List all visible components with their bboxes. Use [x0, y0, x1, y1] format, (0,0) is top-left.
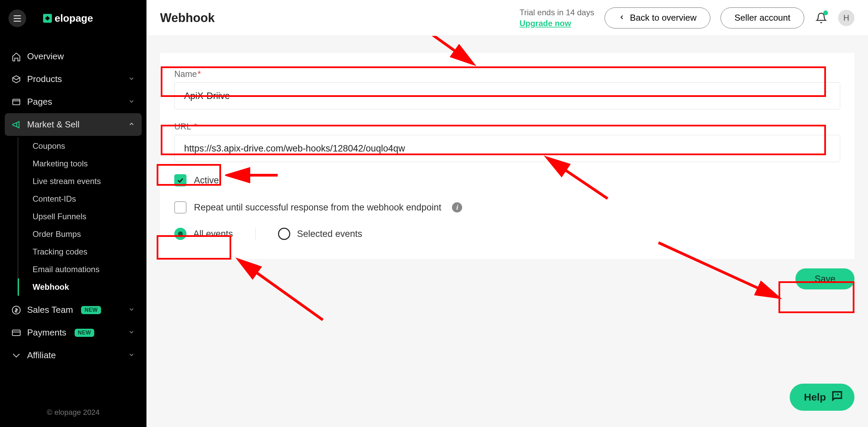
sidebar-item-label: Products [27, 74, 62, 84]
notification-dot-icon [823, 11, 828, 15]
annotation-arrow [235, 256, 330, 327]
sidebar-item-sales-team[interactable]: Sales Team NEW [5, 299, 142, 321]
handshake-icon [12, 351, 21, 360]
brand-name: elopage [55, 13, 93, 24]
chevron-down-icon [128, 305, 135, 315]
sidebar-item-overview[interactable]: Overview [5, 45, 142, 68]
save-button[interactable]: Save [795, 268, 854, 289]
submenu-email-automations[interactable]: Email automations [29, 261, 142, 278]
topbar: Webhook Trial ends in 14 days Upgrade no… [146, 0, 868, 36]
box-icon [12, 75, 21, 84]
url-input[interactable] [174, 135, 840, 162]
divider [255, 228, 256, 240]
sidebar-nav: Overview Products Pages [0, 37, 146, 399]
home-icon [12, 52, 21, 61]
sidebar-item-pages[interactable]: Pages [5, 90, 142, 113]
chevron-down-icon [128, 350, 135, 361]
upgrade-link[interactable]: Upgrade now [519, 19, 571, 28]
sidebar-item-label: Overview [27, 51, 64, 62]
sidebar-submenu: Coupons Marketing tools Live stream even… [18, 137, 142, 296]
page-title: Webhook [160, 11, 215, 25]
new-badge: NEW [75, 329, 95, 337]
sidebar-item-label: Market & Sell [27, 119, 80, 130]
trial-days-text: Trial ends in 14 days [519, 7, 594, 18]
logo-mark-icon [43, 14, 52, 23]
pages-icon [12, 97, 21, 107]
seller-account-button[interactable]: Seller account [721, 7, 804, 28]
active-checkbox[interactable] [174, 174, 186, 186]
notifications-button[interactable] [814, 11, 828, 25]
submenu-live-stream[interactable]: Live stream events [29, 172, 142, 190]
megaphone-icon [12, 120, 21, 129]
sidebar-item-products[interactable]: Products [5, 68, 142, 90]
new-badge: NEW [81, 306, 101, 314]
dollar-icon [12, 305, 21, 315]
submenu-order-bumps[interactable]: Order Bumps [29, 225, 142, 243]
sidebar-item-label: Sales Team [27, 305, 73, 315]
webhook-form-card: Name* URL * Active [160, 53, 854, 259]
check-icon [176, 176, 184, 184]
svg-rect-0 [13, 99, 20, 104]
chevron-down-icon [128, 74, 135, 84]
chevron-down-icon [128, 327, 135, 338]
submenu-content-ids[interactable]: Content-IDs [29, 190, 142, 208]
content-area: Name* URL * Active [146, 36, 868, 427]
sidebar-item-market-sell[interactable]: Market & Sell [5, 113, 142, 136]
name-input[interactable] [174, 82, 840, 109]
hamburger-menu-button[interactable] [8, 9, 26, 27]
help-label: Help [804, 391, 826, 403]
sidebar-item-affiliate[interactable]: Affiliate [5, 344, 142, 367]
sidebar-item-label: Payments [27, 327, 66, 338]
name-field-label: Name* [174, 69, 840, 79]
selected-events-label: Selected events [297, 229, 362, 239]
sidebar-item-label: Pages [27, 97, 52, 107]
url-field-label: URL * [174, 122, 840, 131]
sidebar-item-label: Affiliate [27, 350, 56, 361]
chat-icon [831, 390, 844, 405]
avatar[interactable]: H [838, 10, 854, 26]
sidebar-item-payments[interactable]: Payments NEW [5, 321, 142, 344]
selected-events-radio[interactable] [278, 228, 290, 240]
back-to-overview-button[interactable]: Back to overview [605, 7, 711, 28]
all-events-label: All events [193, 229, 233, 239]
sidebar: elopage Overview Products [0, 0, 146, 427]
chevron-left-icon [618, 13, 625, 23]
sidebar-footer: © elopage 2024 [0, 399, 146, 427]
info-icon[interactable]: i [452, 202, 462, 212]
help-button[interactable]: Help [790, 384, 854, 411]
repeat-label: Repeat until successful response from th… [194, 202, 441, 213]
trial-status: Trial ends in 14 days Upgrade now [519, 7, 594, 28]
submenu-webhook[interactable]: Webhook [29, 278, 142, 296]
submenu-coupons[interactable]: Coupons [29, 137, 142, 155]
repeat-checkbox[interactable] [174, 201, 186, 214]
chevron-down-icon [128, 97, 135, 107]
submenu-marketing-tools[interactable]: Marketing tools [29, 155, 142, 172]
svg-rect-3 [12, 330, 20, 335]
active-label: Active [194, 175, 219, 186]
avatar-initial: H [843, 13, 849, 23]
card-icon [12, 328, 21, 338]
submenu-upsell-funnels[interactable]: Upsell Funnels [29, 208, 142, 225]
hamburger-icon [14, 15, 21, 22]
submenu-tracking-codes[interactable]: Tracking codes [29, 243, 142, 261]
chevron-up-icon [128, 119, 135, 130]
all-events-radio[interactable] [174, 228, 186, 240]
brand-logo[interactable]: elopage [43, 13, 93, 24]
main-content: Webhook Trial ends in 14 days Upgrade no… [146, 0, 868, 427]
